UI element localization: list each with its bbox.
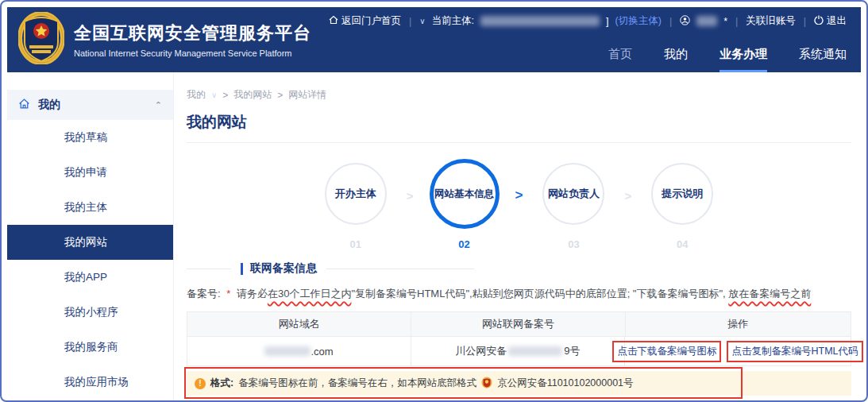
step-wizard: 开办主体 01 > 网站基本信息 02 > 网站负责人 03 > 提示说明 04 — [187, 156, 851, 250]
breadcrumb-detail: 网站详情 — [288, 88, 326, 102]
table-header-row: 网站域名 网站联网备案号 操作 — [187, 312, 851, 337]
link-old-account[interactable]: 关联旧账号 — [746, 14, 796, 28]
download-beian-icon-link[interactable]: 点击下载备案编号图标 — [617, 345, 716, 358]
breadcrumb: 我的 ∨ > 我的网站 > 网站详情 — [187, 88, 851, 102]
step-3-responsible: 网站负责人 03 — [526, 156, 621, 250]
step-chevron-icon: > — [621, 189, 635, 203]
beian-note: 备案号: * 请务必在30个工作日之内"复制备案编号HTML代码",粘贴到您网页… — [187, 287, 851, 301]
portal-home-link[interactable]: 返回门户首页 — [329, 14, 401, 28]
red-underline-annotation: 放在备案编号之前 — [728, 288, 811, 300]
beian-table: 网站域名 网站联网备案号 操作 .com 川公网安备9号 点击下载备案编号图标 — [187, 311, 851, 366]
platform-subtitle: National Internet Security Management Se… — [74, 48, 311, 58]
nav-home[interactable]: 首页 — [608, 47, 632, 72]
current-subject-redacted — [480, 16, 600, 26]
home-icon — [329, 15, 338, 27]
utility-bar: 返回门户首页 | ∨ 当前主体: ] (切换主体) | * | 关联旧账号 | — [329, 14, 847, 28]
nav-business[interactable]: 业务办理 — [719, 47, 767, 72]
step-chevron-icon: > — [403, 189, 417, 203]
chevron-down-icon[interactable]: ∨ — [211, 91, 217, 99]
app-window: 全国互联网安全管理服务平台 National Internet Security… — [0, 0, 868, 402]
step-chevron-icon: > — [512, 187, 527, 203]
sidebar-item-applications[interactable]: 我的申请 — [7, 155, 173, 190]
nav-mine[interactable]: 我的 — [664, 47, 688, 72]
beian-number-cell: 川公网安备9号 — [411, 337, 625, 366]
breadcrumb-websites[interactable]: 我的网站 — [233, 88, 272, 102]
chevron-up-icon[interactable]: ⌃ — [155, 100, 162, 110]
beian-number-redacted — [508, 346, 562, 356]
mini-emblem-icon — [481, 377, 492, 391]
sidebar-item-appmarket[interactable]: 我的应用市场 — [7, 365, 173, 400]
app-header: 全国互联网安全管理服务平台 National Internet Security… — [7, 7, 861, 72]
sidebar-group-mine[interactable]: 我的 ⌃ — [7, 90, 173, 120]
warning-icon: ! — [195, 378, 206, 389]
current-subject-label: 当前主体: — [432, 14, 474, 28]
sidebar-item-subjects[interactable]: 我的主体 — [7, 190, 173, 225]
step-4-instructions: 提示说明 04 — [635, 156, 730, 250]
chevron-down-icon[interactable]: ∨ — [419, 17, 425, 25]
username-redacted — [696, 16, 717, 26]
nav-notifications[interactable]: 系统通知 — [799, 47, 847, 72]
table-row: .com 川公网安备9号 点击下载备案编号图标 点击复制备案编号HTML代码 — [187, 337, 851, 366]
home-icon — [18, 98, 30, 113]
domain-cell: .com — [187, 337, 411, 366]
sidebar-item-providers[interactable]: 我的服务商 — [7, 330, 173, 365]
username-suffix: * — [723, 16, 727, 27]
copy-beian-html-link[interactable]: 点击复制备案编号HTML代码 — [731, 345, 858, 358]
step-2-site-info: 网站基本信息 02 — [417, 156, 512, 250]
sidebar-item-apps[interactable]: 我的APP — [7, 260, 173, 295]
red-annotation-box: 点击下载备案编号图标 — [612, 341, 721, 362]
required-mark: * — [223, 288, 233, 300]
brand: 全国互联网安全管理服务平台 National Internet Security… — [18, 12, 311, 68]
main-content: 我的 ∨ > 我的网站 > 网站详情 我的网站 开办主体 01 > 网站基本信息… — [174, 72, 861, 402]
logout-link[interactable]: 退出 — [814, 14, 847, 28]
red-annotation-box: 点击复制备案编号HTML代码 — [727, 341, 862, 362]
sample-beian-number: 京公网安备11010102000001号 — [497, 377, 633, 390]
top-nav: 首页 我的 业务办理 系统通知 — [608, 47, 847, 72]
sidebar: 我的 ⌃ 我的草稿 我的申请 我的主体 我的网站 我的APP 我的小程序 我的服… — [7, 72, 174, 402]
user-icon — [680, 15, 690, 28]
red-underline-annotation: 在30个工作日之内 — [268, 288, 351, 300]
section-beian-header: 联网备案信息 — [187, 261, 851, 276]
domain-redacted — [264, 346, 311, 356]
action-cell: 点击下载备案编号图标 点击复制备案编号HTML代码 — [625, 337, 851, 366]
format-notice-bar: ! 格式: 备案编号图标在前，备案编号在右，如本网站底部格式 京公网安备1101… — [187, 371, 851, 396]
switch-subject-link[interactable]: (切换主体) — [615, 14, 662, 28]
page-title: 我的网站 — [187, 112, 851, 143]
police-emblem-logo — [18, 12, 64, 68]
breadcrumb-mine[interactable]: 我的 — [187, 88, 206, 102]
step-1-subject: 开办主体 01 — [308, 156, 403, 250]
sidebar-item-websites[interactable]: 我的网站 — [7, 225, 173, 260]
sidebar-item-drafts[interactable]: 我的草稿 — [7, 120, 173, 155]
sidebar-item-miniprograms[interactable]: 我的小程序 — [7, 295, 173, 330]
platform-title: 全国互联网安全管理服务平台 — [74, 21, 311, 45]
power-icon — [814, 15, 824, 27]
